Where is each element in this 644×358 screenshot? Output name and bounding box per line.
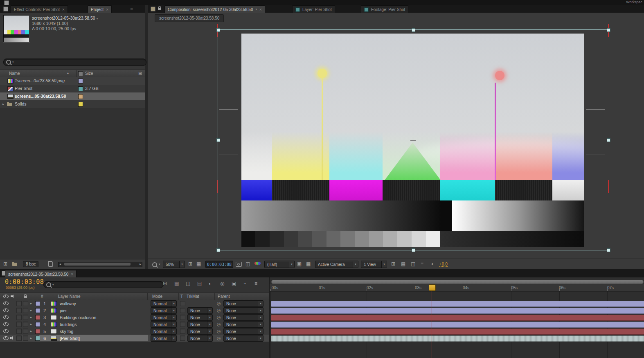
disclosure-triangle[interactable]: ▸ — [30, 308, 32, 312]
tab-effect-controls[interactable]: Effect Controls: Pier Shot × — [11, 5, 68, 13]
disclosure-triangle[interactable]: ▸ — [30, 329, 32, 333]
bit-depth-button[interactable]: 8 bpc — [23, 261, 38, 267]
parent-dropdown[interactable]: None ▾ — [223, 328, 263, 335]
layer-duration-bar[interactable] — [271, 315, 644, 321]
project-search-input[interactable]: ▾ — [3, 59, 146, 66]
preserve-transparency-box[interactable] — [180, 315, 185, 320]
project-item-title-row[interactable]: screenshot2012-05-30at23.58.50 ▾ — [32, 16, 98, 20]
checkerboard-icon[interactable]: ▦ — [306, 261, 311, 266]
trkmat-dropdown[interactable]: None ▾ — [187, 314, 213, 321]
label-color-chip[interactable] — [35, 315, 40, 320]
layer-name[interactable]: buildings — [60, 322, 77, 327]
label-color-chip[interactable] — [35, 308, 40, 313]
close-icon[interactable]: × — [106, 7, 108, 12]
parent-dropdown[interactable]: None ▾ — [223, 307, 263, 314]
exposure-value[interactable]: +0.0 — [439, 262, 448, 267]
view-layout-dropdown[interactable]: 1 View ▾ — [361, 261, 387, 268]
project-flowchart-icon[interactable]: ⊞ — [138, 71, 142, 76]
solo-box[interactable] — [16, 315, 22, 320]
preserve-transparency-box[interactable] — [180, 329, 185, 334]
zoom-magnifier-icon[interactable] — [152, 262, 157, 267]
solo-box[interactable] — [16, 335, 22, 341]
snapshot-camera-icon[interactable] — [236, 262, 242, 267]
lock-box[interactable] — [23, 329, 28, 334]
audio-speaker-icon[interactable] — [10, 336, 14, 340]
chevron-down-icon[interactable]: ▾ — [97, 17, 98, 20]
trkmat-dropdown[interactable]: None ▾ — [187, 321, 213, 328]
resolution-dropdown[interactable]: (Half) ▾ — [264, 261, 295, 268]
composition-panel-icon[interactable] — [151, 7, 155, 11]
interpret-footage-icon[interactable]: ⊞ — [3, 261, 7, 266]
visibility-eye-icon[interactable] — [3, 336, 9, 340]
selection-handle[interactable] — [607, 138, 610, 142]
blend-mode-dropdown[interactable]: Normal ▾ — [151, 335, 177, 342]
clock-icon[interactable]: ◔ — [243, 281, 246, 286]
project-row-selected[interactable]: screens...05-30at23.58.50 — [0, 92, 145, 100]
scrollbar-thumb[interactable] — [64, 263, 131, 266]
chevron-down-icon[interactable]: ▾ — [12, 61, 14, 64]
visibility-eye-icon[interactable] — [3, 315, 9, 319]
layer-anchor-point[interactable] — [410, 138, 416, 143]
layer-row-selected[interactable]: ▸ 6 [Pier Shot] Normal ▾ None ▾ ◎ None ▾ — [0, 335, 269, 342]
disclosure-triangle[interactable]: ▸ — [30, 336, 32, 340]
chevron-down-icon[interactable]: ▾ — [159, 263, 160, 266]
visibility-column-eye-icon[interactable] — [3, 295, 9, 298]
column-layer-name[interactable]: Layer Name — [58, 294, 80, 299]
lock-icon[interactable] — [158, 8, 161, 10]
parent-dropdown[interactable]: None ▾ — [223, 335, 263, 342]
disclosure-triangle[interactable]: ▸ — [30, 302, 32, 305]
project-row[interactable]: 1screen...0at23.58.50.png — [0, 77, 145, 85]
panel-layout-icon[interactable]: ◫ — [411, 261, 415, 266]
rows-icon[interactable]: ▤ — [401, 261, 405, 266]
grid-options-icon[interactable]: ⊞ — [391, 261, 395, 266]
selection-handle[interactable] — [216, 248, 220, 252]
lock-box[interactable] — [23, 308, 28, 313]
label-color-chip[interactable] — [78, 79, 83, 83]
preserve-transparency-box[interactable] — [180, 308, 185, 313]
solo-box[interactable] — [16, 301, 22, 306]
column-number[interactable]: # — [41, 294, 43, 299]
blend-mode-dropdown[interactable]: Normal ▾ — [151, 314, 177, 321]
visibility-eye-icon[interactable] — [3, 322, 9, 326]
panel-grip-icon[interactable] — [3, 7, 8, 11]
trkmat-dropdown[interactable]: None ▾ — [187, 307, 213, 314]
tab-layer[interactable]: Layer: Pier Shot — [292, 5, 335, 13]
close-icon[interactable]: × — [259, 7, 262, 12]
visibility-eye-icon[interactable] — [3, 302, 9, 305]
selection-handle[interactable] — [412, 28, 415, 32]
preserve-transparency-box[interactable] — [180, 322, 185, 327]
tab-composition[interactable]: Composition: screenshot2012-05-30at23.58… — [164, 5, 265, 13]
layer-name[interactable]: sky fog — [60, 329, 73, 334]
parent-pickwhip-icon[interactable]: ◎ — [217, 315, 221, 320]
region-of-interest-icon[interactable]: ▣ — [297, 261, 302, 266]
auto-keyframe-icon[interactable]: ◎ — [220, 281, 224, 286]
channel-rgb-icon[interactable] — [254, 262, 261, 266]
layer-duration-bar[interactable] — [271, 301, 644, 307]
project-row[interactable]: ▸ Solids — [0, 100, 145, 108]
tab-project[interactable]: Project × — [88, 5, 112, 13]
layer-name[interactable]: [Pier Shot] — [60, 336, 80, 341]
frame-blend-icon[interactable]: ▤ — [197, 281, 202, 286]
audio-column-speaker-icon[interactable] — [11, 294, 15, 298]
workspace-label[interactable]: Workspac — [626, 0, 642, 4]
parent-pickwhip-icon[interactable]: ◎ — [217, 308, 221, 313]
blend-mode-dropdown[interactable]: Normal ▾ — [151, 307, 177, 314]
selection-handle[interactable] — [412, 248, 415, 252]
column-name[interactable]: Name — [9, 71, 20, 76]
camera-view-dropdown[interactable]: Active Camera ▾ — [315, 261, 358, 268]
horizontal-scrollbar[interactable]: ◂ ▸ — [58, 262, 142, 267]
trkmat-dropdown[interactable]: None ▾ — [187, 328, 213, 335]
show-snapshot-icon[interactable]: ◫ — [245, 261, 250, 266]
motion-blur-icon[interactable]: ◐ — [209, 281, 212, 286]
transparency-grid-icon[interactable]: ▦ — [196, 261, 201, 266]
selection-handle[interactable] — [216, 28, 220, 32]
lock-box[interactable] — [23, 315, 28, 320]
trash-icon[interactable] — [48, 262, 53, 267]
layer-name[interactable]: pier — [60, 308, 67, 313]
layer-name[interactable]: Buildings occlusion — [60, 315, 96, 320]
disclosure-triangle[interactable]: ▸ — [30, 315, 32, 319]
column-t[interactable]: T — [180, 294, 183, 299]
column-mode[interactable]: Mode — [152, 294, 162, 299]
visibility-eye-icon[interactable] — [3, 308, 9, 312]
trkmat-dropdown[interactable]: None ▾ — [187, 335, 213, 342]
